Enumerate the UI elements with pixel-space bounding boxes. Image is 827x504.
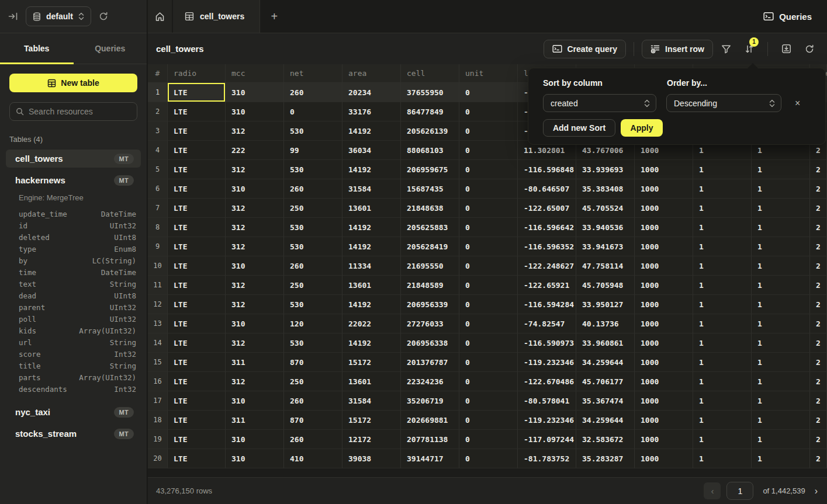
table-cell[interactable]: -116.594284 <box>518 295 576 314</box>
table-cell[interactable]: LTE <box>168 372 226 391</box>
table-cell[interactable]: 202669881 <box>401 411 459 430</box>
table-cell[interactable]: 1 <box>752 391 810 411</box>
row-number[interactable]: 19 <box>148 430 168 449</box>
column-header-unit[interactable]: unit <box>459 64 518 82</box>
table-cell[interactable]: 0 <box>459 295 518 314</box>
table-cell[interactable]: 1 <box>693 295 752 314</box>
table-cell[interactable]: 0 <box>459 449 518 468</box>
sidebar-table-hackernews[interactable]: hackernews MT <box>6 171 141 189</box>
table-cell[interactable]: 260 <box>284 83 342 102</box>
table-cell[interactable]: -116.590973 <box>518 333 576 353</box>
table-cell[interactable]: 310 <box>226 430 284 449</box>
table-cell[interactable]: -119.232346 <box>518 411 576 430</box>
table-cell[interactable]: 311 <box>226 353 284 372</box>
sidebar-table-stocks-stream[interactable]: stocks_stream MT <box>6 425 141 443</box>
table-cell[interactable]: 1000 <box>635 276 693 295</box>
table-cell[interactable]: 260 <box>284 179 342 199</box>
table-cell[interactable]: 0 <box>459 314 518 333</box>
table-cell[interactable]: 31584 <box>342 391 401 411</box>
table-cell[interactable]: 1 <box>693 333 752 353</box>
table-cell[interactable]: 39144717 <box>401 449 459 468</box>
table-cell[interactable]: 2 <box>810 411 827 430</box>
table-cell[interactable]: 0 <box>459 391 518 411</box>
table-cell[interactable]: 310 <box>226 449 284 468</box>
download-button[interactable] <box>776 40 797 58</box>
table-cell[interactable]: 530 <box>284 121 342 141</box>
table-cell[interactable]: 250 <box>284 372 342 391</box>
table-cell[interactable]: 22022 <box>342 314 401 333</box>
table-cell[interactable]: 20234 <box>342 83 401 102</box>
table-cell[interactable]: LTE <box>168 141 226 160</box>
table-cell[interactable]: 312 <box>226 199 284 218</box>
table-cell[interactable]: 206956338 <box>401 333 459 353</box>
table-cell[interactable]: 1 <box>752 218 810 237</box>
table-cell[interactable]: 206959675 <box>401 160 459 179</box>
table-cell[interactable]: 1000 <box>635 295 693 314</box>
table-cell[interactable]: 250 <box>284 276 342 295</box>
table-cell[interactable]: 37655950 <box>401 83 459 102</box>
table-cell[interactable]: 32.583672 <box>576 430 635 449</box>
table-cell[interactable]: 310 <box>226 83 284 102</box>
table-cell[interactable]: 1000 <box>635 160 693 179</box>
table-cell[interactable]: 1 <box>752 179 810 199</box>
table-cell[interactable]: -116.596642 <box>518 218 576 237</box>
row-number[interactable]: 6 <box>148 179 168 199</box>
new-tab-button[interactable]: + <box>260 0 288 33</box>
table-cell[interactable]: 34.259644 <box>576 411 635 430</box>
table-cell[interactable]: 35.367474 <box>576 391 635 411</box>
table-cell[interactable]: -116.596352 <box>518 237 576 256</box>
sort-button[interactable]: 1 <box>739 40 760 58</box>
table-cell[interactable]: 1 <box>693 449 752 468</box>
table-cell[interactable]: 0 <box>459 179 518 199</box>
table-cell[interactable]: 2 <box>810 218 827 237</box>
table-cell[interactable]: 2 <box>810 449 827 468</box>
add-new-sort-button[interactable]: Add new Sort <box>543 119 615 137</box>
apply-sort-button[interactable]: Apply <box>621 119 663 137</box>
column-header-area[interactable]: area <box>342 64 401 82</box>
table-cell[interactable]: 35.383408 <box>576 179 635 199</box>
row-number[interactable]: 4 <box>148 141 168 160</box>
table-cell[interactable]: 1 <box>693 199 752 218</box>
table-cell[interactable]: 205626139 <box>401 121 459 141</box>
table-cell[interactable]: 0 <box>459 218 518 237</box>
row-number[interactable]: 14 <box>148 333 168 353</box>
table-cell[interactable]: 2 <box>810 276 827 295</box>
table-cell[interactable]: 21695550 <box>401 256 459 276</box>
table-cell[interactable]: 0 <box>459 121 518 141</box>
table-cell[interactable]: 1000 <box>635 218 693 237</box>
table-cell[interactable]: LTE <box>168 83 226 102</box>
table-cell[interactable]: 2 <box>810 353 827 372</box>
table-cell[interactable]: 21848638 <box>401 199 459 218</box>
table-cell[interactable]: 2 <box>810 391 827 411</box>
table-cell[interactable]: 1000 <box>635 333 693 353</box>
table-cell[interactable]: 1000 <box>635 391 693 411</box>
table-cell[interactable]: 2 <box>810 237 827 256</box>
table-cell[interactable]: 1 <box>752 411 810 430</box>
table-cell[interactable]: 260 <box>284 256 342 276</box>
table-cell[interactable]: 45.706177 <box>576 372 635 391</box>
table-cell[interactable]: 2 <box>810 314 827 333</box>
table-cell[interactable]: -80.646507 <box>518 179 576 199</box>
row-number[interactable]: 15 <box>148 353 168 372</box>
table-cell[interactable]: LTE <box>168 199 226 218</box>
table-cell[interactable]: 206956339 <box>401 295 459 314</box>
table-cell[interactable]: LTE <box>168 430 226 449</box>
table-cell[interactable]: 39038 <box>342 449 401 468</box>
table-cell[interactable]: LTE <box>168 353 226 372</box>
table-cell[interactable]: LTE <box>168 160 226 179</box>
table-cell[interactable]: 312 <box>226 372 284 391</box>
table-cell[interactable]: -116.596848 <box>518 160 576 179</box>
next-page-button[interactable]: › <box>815 486 818 496</box>
table-cell[interactable]: 34.259644 <box>576 353 635 372</box>
table-cell[interactable]: 1 <box>752 430 810 449</box>
table-cell[interactable]: 14192 <box>342 218 401 237</box>
refresh-table-button[interactable] <box>799 40 820 58</box>
table-cell[interactable]: 2 <box>810 256 827 276</box>
table-cell[interactable]: 99 <box>284 141 342 160</box>
table-cell[interactable]: 0 <box>459 83 518 102</box>
database-selector[interactable]: default <box>26 6 91 26</box>
table-cell[interactable]: 2 <box>810 160 827 179</box>
table-cell[interactable]: 2 <box>810 295 827 314</box>
table-cell[interactable]: 1000 <box>635 199 693 218</box>
table-cell[interactable]: 312 <box>226 218 284 237</box>
